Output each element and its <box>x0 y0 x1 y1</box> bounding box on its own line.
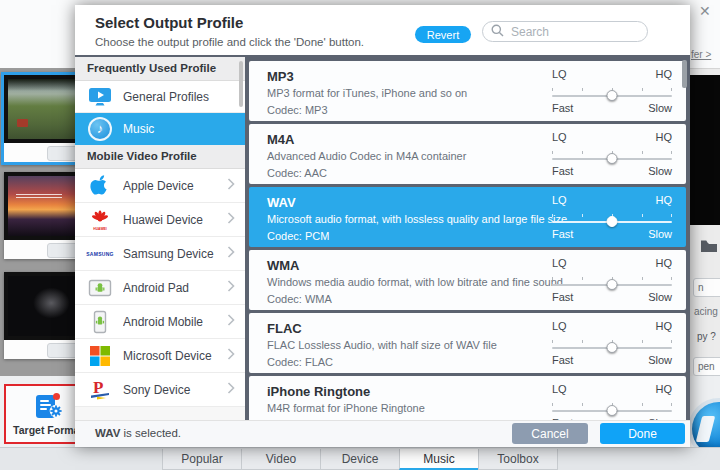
quality-slider-zone: LQ HQ Fast Slow <box>552 320 672 366</box>
chevron-right-icon <box>227 348 235 363</box>
slow-label: Slow <box>648 165 672 177</box>
format-description: M4R format for iPhone Ringtone <box>267 402 425 414</box>
lq-label: LQ <box>552 68 567 80</box>
android-mobile-icon <box>85 310 115 334</box>
lq-label: LQ <box>552 257 567 269</box>
revert-button[interactable]: Revert <box>415 26 471 43</box>
hq-label: HQ <box>656 131 673 143</box>
microsoft-icon <box>85 346 115 366</box>
format-codec: Codec: AAC <box>267 167 327 179</box>
fast-label: Fast <box>552 291 573 303</box>
tab-popular[interactable]: Popular <box>162 449 242 470</box>
dialog-body: Frequently Used Profile General Profiles… <box>75 55 690 420</box>
format-description: MP3 format for iTunes, iPhone and so on <box>267 87 467 99</box>
cancel-button[interactable]: Cancel <box>512 423 588 444</box>
bottom-tabbar: PopularVideoDeviceMusicToolbox <box>0 447 720 470</box>
video-thumbnail <box>4 172 82 240</box>
search-box[interactable] <box>482 21 648 42</box>
tab-device[interactable]: Device <box>320 449 400 470</box>
sidebar-item-music[interactable]: ♪ Music <box>75 113 245 145</box>
format-row-iphone-ringtone[interactable]: iPhone Ringtone M4R format for iPhone Ri… <box>249 376 686 420</box>
format-row-wma[interactable]: WMA Windows media audio format, with low… <box>249 250 686 310</box>
format-list-scrollbar[interactable] <box>682 60 687 88</box>
quality-slider-zone: LQ HQ Fast Slow <box>552 383 672 420</box>
quality-slider[interactable] <box>552 213 672 226</box>
chevron-right-icon <box>227 212 235 227</box>
format-name: WAV <box>267 195 296 210</box>
quality-slider-zone: LQ HQ Fast Slow <box>552 257 672 303</box>
format-description: Windows media audio format, with low bit… <box>267 276 563 288</box>
format-row-m4a[interactable]: M4A Advanced Audio Codec in M4A containe… <box>249 124 686 184</box>
tab-video[interactable]: Video <box>241 449 321 470</box>
close-icon[interactable]: ✕ <box>699 3 711 19</box>
video-item[interactable] <box>4 272 82 359</box>
sidebar-item-android-pad[interactable]: Android Pad <box>75 271 245 305</box>
lq-label: LQ <box>552 131 567 143</box>
sidebar-section-header: Mobile Video Profile <box>75 145 245 169</box>
truncated-text-2[interactable]: py ? <box>697 331 716 342</box>
quality-slider[interactable] <box>552 402 672 415</box>
slider-thumb[interactable] <box>607 342 618 353</box>
sidebar-item-apple-device[interactable]: Apple Device <box>75 169 245 203</box>
format-description: FLAC Lossless Audio, with half size of W… <box>267 339 497 351</box>
sidebar-item-general-profiles[interactable]: General Profiles <box>75 81 245 113</box>
video-item-selected[interactable] <box>1 72 85 165</box>
format-row-mp3[interactable]: MP3 MP3 format for iTunes, iPhone and so… <box>249 61 686 121</box>
format-name: FLAC <box>267 321 302 336</box>
done-button[interactable]: Done <box>600 423 685 444</box>
sidebar-item-label: Huawei Device <box>123 213 227 227</box>
format-row-wav[interactable]: WAV Microsoft audio format, with lossles… <box>249 187 686 247</box>
sidebar-item-label: Samsung Device <box>123 247 227 261</box>
chevron-right-icon <box>227 280 235 295</box>
truncated-button-2[interactable]: pen <box>693 357 720 376</box>
tab-toolbox[interactable]: Toolbox <box>478 449 558 470</box>
sidebar-item-android-mobile[interactable]: Android Mobile <box>75 305 245 339</box>
samsung-icon: SAMSUNG <box>85 251 115 257</box>
slider-thumb[interactable] <box>607 153 618 164</box>
format-name: MP3 <box>267 69 294 84</box>
lq-label: LQ <box>552 320 567 332</box>
sidebar-item-huawei-device[interactable]: HUAWEI Huawei Device <box>75 203 245 237</box>
slow-label: Slow <box>648 228 672 240</box>
transfer-link[interactable]: fer > <box>691 49 711 60</box>
truncated-button-1[interactable]: n <box>693 278 720 297</box>
quality-slider[interactable] <box>552 339 672 352</box>
lq-label: LQ <box>552 194 567 206</box>
sidebar-item-samsung-device[interactable]: SAMSUNG Samsung Device <box>75 237 245 271</box>
slider-thumb[interactable] <box>607 279 618 290</box>
search-icon <box>491 23 504 41</box>
video-item[interactable] <box>4 172 82 259</box>
sidebar-item-microsoft-device[interactable]: Microsoft Device <box>75 339 245 373</box>
chevron-right-icon <box>227 382 235 397</box>
lq-label: LQ <box>552 383 567 395</box>
slider-thumb[interactable] <box>607 90 618 101</box>
slow-label: Slow <box>648 102 672 114</box>
quality-slider[interactable] <box>552 276 672 289</box>
general-profiles-icon <box>85 87 115 107</box>
quality-slider-zone: LQ HQ Fast Slow <box>552 131 672 177</box>
quality-slider[interactable] <box>552 87 672 100</box>
target-format-label: Target Format <box>13 424 83 436</box>
format-row-flac[interactable]: FLAC FLAC Lossless Audio, with half size… <box>249 313 686 373</box>
folder-icon[interactable] <box>700 239 718 257</box>
format-name: iPhone Ringtone <box>267 384 370 399</box>
sidebar-scrollbar[interactable] <box>239 61 243 107</box>
svg-text:HUAWEI: HUAWEI <box>93 226 107 230</box>
sidebar-section-header: Frequently Used Profile <box>75 57 245 81</box>
truncated-text-1: acing <box>694 306 718 317</box>
apple-icon <box>85 175 115 197</box>
slider-thumb[interactable] <box>607 216 618 227</box>
search-input[interactable] <box>509 24 639 40</box>
video-thumbnail <box>4 272 82 340</box>
format-codec: Codec: MP3 <box>267 104 328 116</box>
format-description: Microsoft audio format, with lossless qu… <box>267 213 567 225</box>
target-format-icon <box>35 393 61 420</box>
dialog-title: Select Output Profile <box>95 14 243 31</box>
sidebar-item-sony-device[interactable]: P Sony Device <box>75 373 245 407</box>
android-pad-icon <box>85 277 115 299</box>
hq-label: HQ <box>656 383 673 395</box>
video-thumbnail <box>4 75 82 143</box>
quality-slider[interactable] <box>552 150 672 163</box>
slider-thumb[interactable] <box>607 405 618 416</box>
tab-music[interactable]: Music <box>399 449 479 470</box>
